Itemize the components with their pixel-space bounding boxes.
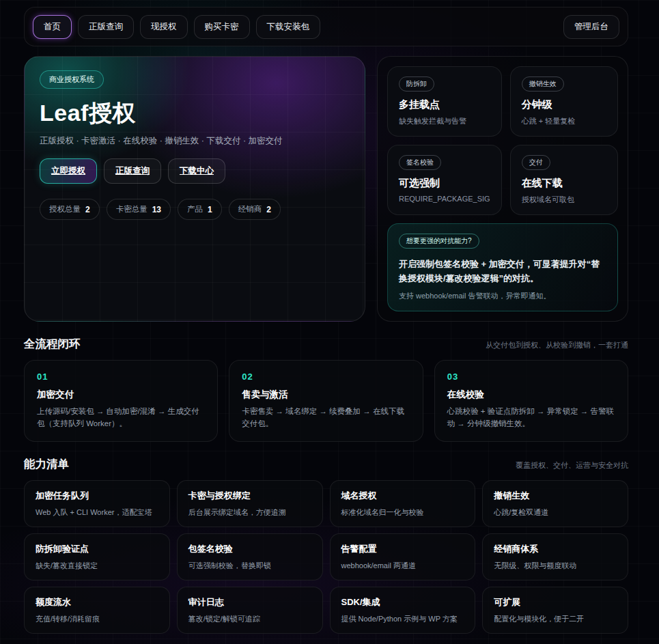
capability-desc: Web 入队 + CLI Worker，适配宝塔 [36, 507, 158, 518]
capabilities-section-desc: 覆盖授权、交付、运营与安全对抗 [516, 460, 628, 471]
highlight-cards: 防拆卸 多挂载点 缺失触发拦截与告警 撤销生效 分钟级 心跳 + 轻量复检 签名… [387, 66, 618, 215]
capability-desc: 配置化与模块化，便于二开 [494, 614, 617, 624]
capability-desc: 标准化域名归一化与校验 [341, 507, 464, 518]
highlight-title: 可选强制 [399, 177, 490, 190]
hero-badge: 商业授权系统 [40, 70, 104, 89]
capability-desc: 可选强制校验，替换即锁 [188, 561, 311, 571]
capability-title: 卡密与授权绑定 [188, 490, 311, 502]
flow-steps: 01 加密交付 上传源码/安装包 → 自动加密/混淆 → 生成交付包（支持队列 … [24, 360, 628, 442]
highlight-desc: 心跳 + 轻量复检 [522, 116, 606, 126]
stat-label: 卡密总量 [116, 204, 148, 214]
nav-item-get-license[interactable]: 现授权 [140, 15, 188, 39]
capabilities-section-header: 能力清单 覆盖授权、交付、运营与安全对抗 [24, 457, 628, 472]
capability-card-package-signature: 包签名校验 可选强制校验，替换即锁 [177, 533, 323, 580]
capability-card-domain-license: 域名授权 标准化域名归一化与校验 [330, 480, 476, 527]
top-navigation: 首页 正版查询 现授权 购买卡密 下载安装包 管理后台 [24, 7, 628, 46]
highlight-card-delivery: 交付 在线下载 授权域名可取包 [510, 145, 618, 215]
nav-item-genuine-query[interactable]: 正版查询 [78, 15, 134, 39]
highlight-desc: 授权域名可取包 [522, 195, 606, 205]
capability-title: 防拆卸验证点 [36, 543, 158, 555]
nav-item-download-package[interactable]: 下载安装包 [256, 15, 321, 39]
callout-tag: 想要更强的对抗能力? [399, 234, 479, 249]
stat-label: 授权总量 [49, 204, 81, 214]
anti-tamper-callout: 想要更强的对抗能力? 开启强制包签名校验 + 加密交付，可显著提升对“替换授权模… [387, 223, 618, 311]
step-desc: 卡密售卖 → 域名绑定 → 续费叠加 → 在线下载交付包。 [242, 406, 410, 430]
capability-card-extensible: 可扩展 配置化与模块化，便于二开 [482, 587, 628, 634]
capability-title: 域名授权 [341, 490, 464, 502]
hero-card: 商业授权系统 Leaf授权 正版授权 · 卡密激活 · 在线校验 · 撤销生效 … [24, 56, 365, 322]
capability-card-reseller-system: 经销商体系 无限级、权限与额度联动 [482, 533, 628, 580]
capability-desc: 心跳/复检双通道 [494, 507, 617, 518]
highlights-panel: 防拆卸 多挂载点 缺失触发拦截与告警 撤销生效 分钟级 心跳 + 轻量复检 签名… [377, 56, 628, 322]
admin-backend-button[interactable]: 管理后台 [563, 15, 619, 39]
flow-section-header: 全流程闭环 从交付包到授权、从校验到撤销，一套打通 [24, 337, 628, 352]
stat-card-total: 卡密总量13 [107, 199, 171, 220]
step-desc: 上传源码/安装包 → 自动加密/混淆 → 生成交付包（支持队列 Worker）。 [37, 406, 205, 430]
highlight-tag: 防拆卸 [399, 76, 434, 92]
highlight-desc: 缺失触发拦截与告警 [399, 116, 490, 126]
genuine-query-button[interactable]: 正版查询 [104, 158, 161, 184]
capability-desc: 缺失/篡改直接锁定 [36, 561, 158, 571]
step-title: 加密交付 [37, 389, 205, 401]
stat-product-total: 产品1 [178, 199, 222, 220]
capability-title: 额度流水 [36, 596, 158, 608]
flow-section-title: 全流程闭环 [24, 337, 81, 352]
capability-title: 告警配置 [341, 543, 464, 555]
capability-desc: 充值/转移/消耗留痕 [36, 614, 158, 624]
stat-value: 1 [208, 205, 212, 214]
capability-card-card-binding: 卡密与授权绑定 后台展示绑定域名，方便追溯 [177, 480, 323, 527]
capabilities-section-title: 能力清单 [24, 457, 69, 472]
highlight-tag: 交付 [522, 155, 550, 170]
capability-desc: webhook/email 两通道 [341, 561, 464, 571]
capability-title: 撤销生效 [494, 490, 617, 502]
highlight-card-signature: 签名校验 可选强制 REQUIRE_PACKAGE_SIG [387, 145, 502, 215]
stat-value: 2 [85, 205, 90, 214]
stat-label: 经销商 [238, 204, 262, 214]
highlight-card-revoke: 撤销生效 分钟级 心跳 + 轻量复检 [510, 66, 618, 137]
capability-desc: 篡改/锁定/解锁可追踪 [188, 614, 311, 624]
capability-title: 可扩展 [494, 596, 617, 608]
callout-note: 支持 webhook/email 告警联动，异常即通知。 [399, 291, 606, 301]
capability-card-encrypt-queue: 加密任务队列 Web 入队 + CLI Worker，适配宝塔 [24, 480, 170, 527]
download-center-button[interactable]: 下载中心 [168, 158, 225, 184]
hero-section: 商业授权系统 Leaf授权 正版授权 · 卡密激活 · 在线校验 · 撤销生效 … [24, 56, 628, 322]
capability-card-revoke: 撤销生效 心跳/复检双通道 [482, 480, 628, 527]
capability-title: SDK/集成 [341, 596, 464, 608]
capability-title: 包签名校验 [188, 543, 311, 555]
highlight-title: 分钟级 [522, 98, 606, 111]
step-desc: 心跳校验 + 验证点防拆卸 → 异常锁定 → 告警联动 → 分钟级撤销生效。 [447, 406, 615, 430]
capability-desc: 无限级、权限与额度联动 [494, 561, 617, 571]
step-number: 02 [242, 372, 410, 382]
step-number: 01 [37, 372, 205, 382]
capability-title: 加密任务队列 [36, 490, 158, 502]
flow-section-desc: 从交付包到授权、从校验到撤销，一套打通 [486, 340, 628, 350]
capability-card-alert-config: 告警配置 webhook/email 两通道 [330, 533, 476, 580]
highlight-card-anti-strip: 防拆卸 多挂载点 缺失触发拦截与告警 [387, 66, 502, 137]
capability-card-sdk-integration: SDK/集成 提供 Node/Python 示例与 WP 方案 [330, 587, 476, 634]
capability-desc: 提供 Node/Python 示例与 WP 方案 [341, 614, 464, 624]
page-title: Leaf授权 [40, 98, 350, 129]
hero-buttons: 立即授权 正版查询 下载中心 [40, 158, 350, 184]
nav-item-buy-card[interactable]: 购买卡密 [194, 15, 250, 39]
capability-desc: 后台展示绑定域名，方便追溯 [188, 507, 311, 518]
stat-value: 2 [266, 205, 271, 214]
capability-card-audit-log: 审计日志 篡改/锁定/解锁可追踪 [177, 587, 323, 634]
stat-label: 产品 [187, 204, 203, 214]
capability-title: 经销商体系 [494, 543, 617, 555]
capability-card-quota-ledger: 额度流水 充值/转移/消耗留痕 [24, 587, 170, 634]
callout-text: 开启强制包签名校验 + 加密交付，可显著提升对“替换授权模块/篡改校验逻辑”的对… [399, 257, 606, 285]
flow-step-3: 03 在线校验 心跳校验 + 验证点防拆卸 → 异常锁定 → 告警联动 → 分钟… [434, 360, 628, 442]
flow-step-2: 02 售卖与激活 卡密售卖 → 域名绑定 → 续费叠加 → 在线下载交付包。 [229, 360, 423, 442]
hero-stats: 授权总量2 卡密总量13 产品1 经销商2 [40, 199, 350, 220]
highlight-title: 在线下载 [522, 177, 606, 190]
authorize-now-button[interactable]: 立即授权 [40, 158, 97, 184]
stat-license-total: 授权总量2 [40, 199, 100, 220]
capability-card-anti-strip-points: 防拆卸验证点 缺失/篡改直接锁定 [24, 533, 170, 580]
capability-title: 审计日志 [188, 596, 311, 608]
highlight-title: 多挂载点 [399, 98, 490, 111]
step-number: 03 [447, 372, 615, 382]
nav-item-home[interactable]: 首页 [33, 15, 72, 39]
highlight-tag: 撤销生效 [522, 76, 564, 92]
step-title: 在线校验 [447, 389, 615, 401]
stat-reseller-total: 经销商2 [229, 199, 281, 220]
